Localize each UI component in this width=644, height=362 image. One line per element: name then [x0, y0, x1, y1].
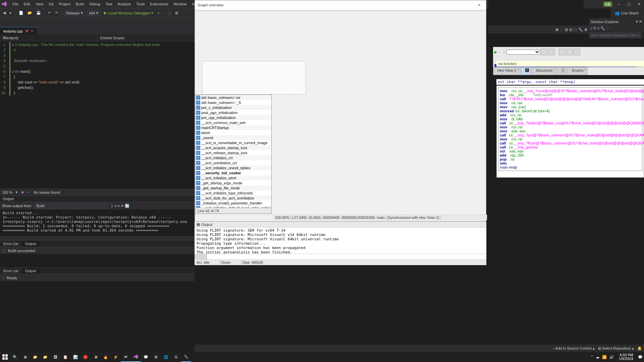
ida-pause-icon[interactable]: ⏸	[498, 50, 501, 54]
undo-icon[interactable]: ↶	[47, 10, 52, 16]
ida-tab-enums[interactable]: Enums✕	[568, 67, 588, 75]
app-icon[interactable]: 🔴	[80, 352, 91, 362]
platform-dropdown[interactable]: x64 ▾	[87, 10, 101, 16]
menu-extensions[interactable]: Extensions	[148, 0, 171, 8]
search-icon[interactable]: 🔍	[10, 352, 20, 362]
func-item[interactable]: f__scrt_acquire_startup_lock	[196, 145, 271, 150]
editor-tab[interactable]: testpoly.cpp 📌 ✕	[0, 27, 37, 35]
func-item[interactable]: fstd::basic_ostream>::_S	[196, 100, 271, 105]
tab-error-list-2[interactable]: Error List	[0, 268, 22, 274]
func-item[interactable]: fmainCRTStartup	[196, 125, 271, 130]
zoom-level[interactable]: 100 %	[2, 190, 12, 194]
output-source-dropdown[interactable]: Build	[34, 203, 108, 209]
open-icon[interactable]: 📂	[26, 10, 34, 16]
nav-back-icon[interactable]: ◀	[2, 10, 7, 16]
user-badge[interactable]: LG	[603, 2, 612, 7]
explorer-icon[interactable]: 📁	[40, 352, 50, 362]
system-tray[interactable]: ˄ ☁ 📶 🔊 4:03 PM 1/9/2024 💬	[591, 353, 644, 361]
tab-close-icon[interactable]: ✕	[31, 29, 34, 33]
new-file-icon[interactable]: 📄	[17, 10, 25, 16]
graph-overview-canvas[interactable]	[196, 10, 485, 11]
menu-file[interactable]: File	[10, 0, 21, 8]
start-debug-button[interactable]: ▶ Local Windows Debugger ▾	[102, 10, 155, 16]
start-nodebug-icon[interactable]: ▷	[157, 10, 162, 16]
func-item[interactable]: f_get_startup_argv_mode	[196, 180, 271, 185]
app-icon[interactable]: G	[171, 352, 181, 362]
nav-project[interactable]: ⊞ testpoly	[0, 35, 97, 41]
app-icon[interactable]: 🔥	[101, 352, 111, 362]
pin-icon[interactable]: 📌	[25, 29, 29, 33]
app-icon[interactable]: 📊	[70, 352, 80, 362]
app-icon[interactable]: 🖼	[50, 352, 60, 362]
ida-tb-icon[interactable]	[574, 49, 580, 55]
ida-output-text[interactable]: Using FLIRT signature: SEH for vc64 7-14…	[195, 228, 486, 254]
redo-icon[interactable]: ↷	[54, 10, 59, 16]
tab-output[interactable]: Output	[22, 241, 40, 247]
app-icon[interactable]: 📋	[60, 352, 70, 362]
ida-tab-a[interactable]: 🅰	[521, 67, 531, 75]
func-item[interactable]: f__scrt_common_main_seh	[196, 120, 271, 125]
task-view-icon[interactable]: ⊞	[20, 352, 30, 362]
ida-tb-icon[interactable]	[548, 49, 555, 55]
notifications-icon[interactable]: 💬	[638, 355, 643, 359]
clock[interactable]: 4:03 PM 1/9/2024	[617, 353, 635, 361]
ida-run-icon[interactable]: ▶	[494, 50, 497, 54]
func-item[interactable]: f__security_init_cookie	[196, 170, 271, 175]
ida-window-title[interactable]: Graph overview ✕	[195, 0, 486, 10]
menu-build[interactable]: Build	[73, 0, 87, 8]
func-item[interactable]: f_onexit	[196, 135, 271, 140]
func-item[interactable]: f__scrt_stub_for_acrt_uninitialize	[196, 195, 271, 200]
func-item[interactable]: f__scrt_initialize_onexit_tables	[196, 165, 271, 170]
app-icon[interactable]: 🖥	[91, 352, 101, 362]
func-item[interactable]: f__scrt_is_nonwritable_in_current_image	[196, 140, 271, 145]
func-item[interactable]: fpost_pgo_initialization	[196, 110, 271, 115]
tb-icon[interactable]: ⊞	[174, 10, 179, 16]
func-item[interactable]: f__scrt_initialize_crt	[196, 155, 271, 160]
tab-output-2[interactable]: Output	[22, 268, 40, 274]
ida-icon[interactable]: 🔧	[181, 352, 191, 362]
func-item[interactable]: fatexit	[196, 130, 271, 135]
tray-chevron-icon[interactable]: ˄	[591, 355, 593, 359]
menu-tools[interactable]: Tools	[133, 0, 148, 8]
live-share-button[interactable]: 👥 Live Share	[612, 10, 641, 16]
network-icon[interactable]: 📶	[602, 355, 607, 359]
tab-error-list[interactable]: Error List	[0, 241, 22, 247]
output-text[interactable]: Build started... 1>------ Build started:…	[0, 209, 195, 236]
ida-tb-icon[interactable]	[559, 49, 566, 55]
config-dropdown[interactable]: Release ▾	[64, 10, 85, 16]
app-icon[interactable]: ⚡	[111, 352, 121, 362]
menu-git[interactable]: Git	[46, 0, 56, 8]
func-item[interactable]: f_initialize_invalid_parameter_handler	[196, 200, 271, 205]
steam-icon[interactable]: ⚙	[151, 352, 161, 362]
func-item[interactable]: fstd::basic_ostream>::se	[196, 95, 271, 100]
add-source-control[interactable]: ↑ Add to Source Control ▴	[552, 346, 594, 351]
ida-tab-e[interactable]: 🇪	[557, 67, 567, 75]
solution-explorer-toolbar[interactable]: ⌂ ↻ ≡ 🔧 ⋯	[589, 25, 644, 32]
ida-disasm-view[interactable]: mov rcx, cs:__imp_?cout@std@@3V?$basic_o…	[496, 85, 644, 178]
close-button[interactable]: ✕	[634, 1, 644, 8]
graph-node[interactable]	[202, 61, 306, 95]
func-item[interactable]: fpre_cpp_initialization	[196, 115, 271, 120]
idc-input[interactable]	[207, 254, 486, 259]
solution-search[interactable]	[589, 32, 641, 38]
menu-debug[interactable]: Debug	[87, 0, 103, 8]
ida-tb-icon[interactable]	[541, 49, 547, 55]
menu-edit[interactable]: Edit	[21, 0, 33, 8]
menu-view[interactable]: View	[33, 0, 46, 8]
ida-tab-structures[interactable]: Structures✕	[531, 67, 557, 75]
nav-fwd-icon[interactable]: ▸	[8, 10, 13, 16]
func-item[interactable]: f_get_startup_file_mode	[196, 185, 271, 190]
func-item[interactable]: f__scrt_release_startup_lock	[196, 150, 271, 155]
start-button[interactable]	[0, 352, 10, 362]
select-repository[interactable]: ⊞ Select Repository ▴	[598, 346, 634, 351]
func-item[interactable]: f__scrt_initialize_type_info(void)	[196, 190, 271, 195]
discord-icon[interactable]: 💬	[141, 352, 151, 362]
ida-tab-hex[interactable]: Hex View-1✕	[493, 67, 521, 75]
idc-prompt[interactable]: IDC	[195, 254, 207, 259]
func-item[interactable]: f__scrt_uninitialize_crt	[196, 160, 271, 165]
ida-functions-list[interactable]: fstd::basic_ostream>::sefstd::basic_ostr…	[195, 95, 272, 214]
menu-project[interactable]: Project	[56, 0, 73, 8]
ida-debugger-select[interactable]	[506, 50, 540, 55]
func-item[interactable]: f__scrt_initialize_winrt	[196, 175, 271, 180]
menu-test[interactable]: Test	[103, 0, 115, 8]
